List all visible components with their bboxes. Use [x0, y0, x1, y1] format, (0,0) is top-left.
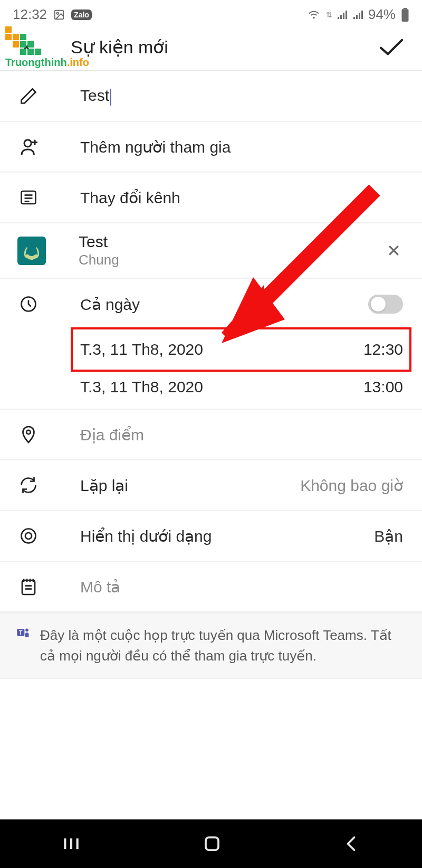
location-row[interactable]: Địa điểm	[0, 410, 422, 460]
team-sub: Chung	[79, 252, 385, 268]
page-title: Sự kiện mới	[71, 36, 378, 58]
data-icon: ⇅	[326, 11, 331, 19]
signal-icon-2	[352, 10, 363, 20]
battery-icon	[401, 8, 409, 22]
svg-rect-7	[356, 15, 358, 19]
svg-text:T: T	[19, 629, 23, 636]
description-row[interactable]: Mô tả	[0, 562, 422, 612]
teams-note: T Đây là một cuộc họp trực tuyến qua Mic…	[0, 612, 422, 679]
location-icon	[19, 425, 44, 444]
repeat-icon	[19, 476, 44, 495]
notes-icon	[19, 577, 44, 596]
svg-point-27	[26, 430, 31, 435]
svg-rect-4	[343, 13, 344, 19]
svg-rect-6	[353, 17, 355, 19]
team-row[interactable]: Test Chung ✕	[0, 223, 422, 279]
svg-rect-3	[340, 15, 342, 19]
clock-icon	[19, 295, 44, 314]
svg-rect-11	[402, 9, 409, 22]
teams-icon: T	[16, 625, 31, 640]
show-as-value: Bận	[374, 527, 403, 545]
start-time[interactable]: 12:30	[363, 341, 403, 358]
location-label: Địa điểm	[80, 426, 403, 444]
gallery-icon	[53, 9, 65, 21]
svg-point-14	[24, 140, 31, 147]
svg-rect-2	[338, 17, 339, 19]
nav-recents[interactable]	[61, 833, 82, 854]
end-time[interactable]: 13:00	[363, 378, 403, 396]
svg-rect-30	[22, 580, 35, 595]
title-input[interactable]: Test	[80, 87, 403, 105]
title-row[interactable]: Test	[0, 71, 422, 122]
change-channel-label: Thay đổi kênh	[80, 188, 403, 207]
start-date[interactable]: T.3, 11 Th8, 2020	[80, 341, 363, 358]
repeat-label: Lặp lại	[80, 476, 300, 495]
confirm-button[interactable]	[378, 36, 409, 58]
change-channel-row[interactable]: Thay đổi kênh	[0, 173, 422, 223]
teams-note-text: Đây là một cuộc họp trực tuyến qua Micro…	[40, 625, 407, 666]
team-name: Test	[79, 233, 385, 251]
wifi-icon	[307, 9, 321, 21]
end-datetime-row[interactable]: T.3, 11 Th8, 2020 13:00	[0, 370, 422, 410]
signal-icon-1	[337, 10, 347, 20]
status-time: 12:32	[13, 6, 47, 23]
add-participants-row[interactable]: Thêm người tham gia	[0, 122, 422, 173]
start-datetime-row[interactable]: T.3, 11 Th8, 2020 12:30	[0, 329, 422, 370]
pencil-icon	[19, 87, 44, 106]
description-label: Mô tả	[80, 578, 403, 596]
battery-text: 94%	[368, 6, 396, 23]
nav-bar	[0, 819, 422, 868]
show-as-row[interactable]: Hiển thị dưới dạng Bận	[0, 511, 422, 562]
nav-home[interactable]	[203, 834, 222, 853]
show-as-icon	[19, 526, 44, 545]
add-participants-label: Thêm người tham gia	[80, 138, 403, 156]
all-day-toggle[interactable]	[368, 295, 403, 314]
all-day-row: Cả ngày	[0, 279, 422, 329]
text-cursor	[110, 89, 111, 106]
svg-point-28	[22, 529, 36, 543]
svg-rect-9	[361, 11, 363, 19]
svg-point-29	[25, 533, 32, 539]
add-person-icon	[19, 136, 44, 157]
svg-rect-10	[404, 8, 407, 9]
all-day-label: Cả ngày	[80, 295, 368, 314]
svg-rect-45	[206, 837, 218, 850]
svg-point-1	[56, 12, 59, 14]
end-date[interactable]: T.3, 11 Th8, 2020	[80, 378, 363, 396]
watermark: Truongthinh.info	[5, 26, 89, 69]
team-avatar	[17, 237, 46, 265]
svg-rect-8	[359, 13, 360, 19]
svg-point-39	[25, 628, 28, 631]
channel-icon	[19, 188, 44, 207]
zalo-icon: Zalo	[71, 10, 92, 20]
repeat-row[interactable]: Lặp lại Không bao giờ	[0, 460, 422, 511]
show-as-label: Hiển thị dưới dạng	[80, 527, 374, 545]
repeat-value: Không bao giờ	[300, 476, 403, 495]
nav-back[interactable]	[342, 834, 361, 853]
status-bar: 12:32 Zalo ⇅ 94%	[0, 0, 422, 29]
svg-rect-5	[346, 11, 347, 19]
svg-point-25	[30, 257, 33, 259]
remove-team-button[interactable]: ✕	[385, 241, 403, 261]
